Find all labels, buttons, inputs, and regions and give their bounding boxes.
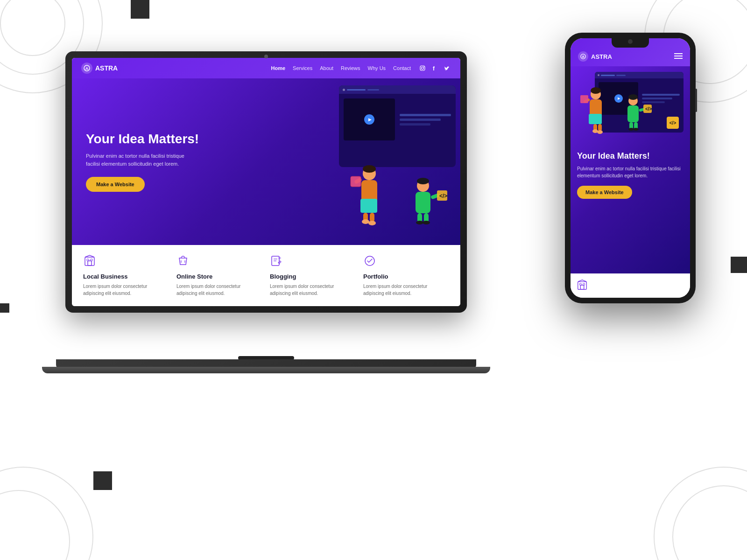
services-grid: Local Business Lorem ipsum dolor consect… bbox=[83, 254, 449, 297]
svg-text:f: f bbox=[433, 65, 435, 71]
nav-link-services[interactable]: Services bbox=[293, 65, 312, 71]
phone-illustration: ▶ bbox=[577, 72, 684, 147]
svg-rect-49 bbox=[580, 95, 588, 103]
laptop-camera bbox=[264, 55, 268, 58]
svg-text:✓: ✓ bbox=[279, 257, 281, 259]
phone-body: A ASTRA bbox=[565, 33, 696, 303]
phone-people-svg: </> bbox=[577, 81, 652, 151]
svg-point-3 bbox=[422, 67, 424, 70]
service-desc-online-store: Lorem ipsum dolor consectetur adipiscing… bbox=[176, 283, 262, 297]
svg-text:A: A bbox=[582, 55, 585, 59]
svg-point-25 bbox=[416, 221, 423, 224]
svg-rect-19 bbox=[416, 192, 430, 213]
laptop-foot bbox=[42, 367, 490, 373]
check-circle-icon bbox=[363, 254, 378, 269]
svg-point-16 bbox=[368, 221, 376, 225]
service-card-portfolio: Portfolio Lorem ipsum dolor consectetur … bbox=[363, 254, 449, 297]
nav-links: Home Services About Reviews Why Us Conta… bbox=[271, 65, 411, 71]
service-card-online-store: Online Store Lorem ipsum dolor consectet… bbox=[176, 254, 262, 297]
svg-rect-9 bbox=[360, 199, 377, 213]
phone-side-button bbox=[695, 89, 697, 112]
nav-link-whyus[interactable]: Why Us bbox=[368, 65, 386, 71]
service-title-local-business: Local Business bbox=[83, 273, 169, 280]
hero-description: Pulvinar enim ac tortor nulla facilisi t… bbox=[86, 152, 198, 168]
service-title-portfolio: Portfolio bbox=[363, 273, 449, 280]
twitter-icon[interactable] bbox=[443, 64, 451, 72]
website-services: Local Business Lorem ipsum dolor consect… bbox=[72, 245, 460, 306]
phone-nav-logo: A ASTRA bbox=[578, 51, 612, 62]
phone-device: A ASTRA bbox=[565, 33, 696, 303]
facebook-icon[interactable]: f bbox=[430, 64, 439, 72]
svg-rect-47 bbox=[589, 114, 602, 124]
logo-text: ASTRA bbox=[95, 64, 118, 72]
svg-rect-65 bbox=[580, 285, 584, 289]
laptop-body: A ASTRA Home Services About Reviews Why … bbox=[65, 51, 467, 313]
service-card-local-business: Local Business Lorem ipsum dolor consect… bbox=[83, 254, 169, 297]
website-nav: A ASTRA Home Services About Reviews Why … bbox=[72, 58, 460, 78]
nav-link-contact[interactable]: Contact bbox=[393, 65, 411, 71]
service-title-blogging: Blogging bbox=[270, 273, 356, 280]
phone-services bbox=[571, 273, 690, 298]
building-icon bbox=[83, 254, 98, 269]
main-scene: A ASTRA Home Services About Reviews Why … bbox=[37, 23, 710, 537]
svg-text:</>: </> bbox=[439, 193, 447, 199]
nav-link-home[interactable]: Home bbox=[271, 65, 286, 71]
phone-hero-description: Pulvinar enim ac tortor nulla facilisi t… bbox=[577, 165, 684, 179]
phone-camera bbox=[628, 39, 633, 44]
svg-rect-27 bbox=[85, 257, 94, 266]
service-card-blogging: ✓ Blogging Lorem ipsum dolor consectetur… bbox=[270, 254, 356, 297]
shopping-bag-icon bbox=[176, 254, 191, 269]
svg-point-55 bbox=[628, 94, 638, 100]
phone-logo-text: ASTRA bbox=[591, 53, 612, 60]
svg-text:</>: </> bbox=[645, 106, 652, 112]
decoration-square-3 bbox=[731, 257, 747, 273]
edit-icon: ✓ bbox=[270, 254, 285, 269]
laptop-screen: A ASTRA Home Services About Reviews Why … bbox=[72, 58, 460, 306]
hamburger-icon[interactable] bbox=[674, 53, 683, 61]
svg-rect-51 bbox=[598, 124, 602, 131]
svg-point-15 bbox=[362, 219, 369, 224]
decoration-square-1 bbox=[131, 0, 149, 19]
phone-website-content: A ASTRA bbox=[571, 38, 690, 298]
phone-logo-icon: A bbox=[578, 51, 588, 62]
svg-rect-64 bbox=[578, 282, 587, 290]
nav-socials: f bbox=[418, 64, 451, 72]
service-desc-blogging: Lorem ipsum dolor consectetur adipiscing… bbox=[270, 283, 356, 297]
hero-content: Your Idea Matters! Pulvinar enim ac tort… bbox=[86, 132, 446, 192]
phone-screen: A ASTRA bbox=[571, 38, 690, 298]
nav-link-reviews[interactable]: Reviews bbox=[341, 65, 360, 71]
svg-point-63 bbox=[633, 128, 639, 131]
svg-point-26 bbox=[423, 221, 430, 224]
logo-icon: A bbox=[81, 63, 92, 74]
svg-rect-28 bbox=[88, 261, 92, 266]
phone-hero: ▶ bbox=[571, 66, 690, 273]
nav-logo: A ASTRA bbox=[81, 63, 118, 74]
instagram-icon[interactable] bbox=[418, 64, 427, 72]
service-title-online-store: Online Store bbox=[176, 273, 262, 280]
laptop-device: A ASTRA Home Services About Reviews Why … bbox=[65, 51, 467, 369]
service-desc-local-business: Lorem ipsum dolor consectetur adipiscing… bbox=[83, 283, 169, 297]
hero-title: Your Idea Matters! bbox=[86, 132, 446, 147]
website-content: A ASTRA Home Services About Reviews Why … bbox=[72, 58, 460, 306]
svg-point-53 bbox=[597, 130, 603, 134]
svg-text:A: A bbox=[85, 66, 89, 71]
service-desc-portfolio: Lorem ipsum dolor consectetur adipiscing… bbox=[363, 283, 449, 297]
nav-link-about[interactable]: About bbox=[320, 65, 333, 71]
phone-building-icon bbox=[576, 279, 589, 292]
svg-rect-56 bbox=[627, 105, 639, 122]
phone-hero-cta-button[interactable]: Make a Website bbox=[577, 186, 632, 199]
website-hero: Your Idea Matters! Pulvinar enim ac tort… bbox=[72, 78, 460, 245]
decoration-square-2 bbox=[0, 303, 9, 313]
phone-hero-title: Your Idea Matters! bbox=[577, 151, 684, 161]
svg-point-4 bbox=[423, 66, 424, 67]
hero-cta-button[interactable]: Make a Website bbox=[86, 177, 145, 192]
svg-point-45 bbox=[591, 87, 601, 94]
